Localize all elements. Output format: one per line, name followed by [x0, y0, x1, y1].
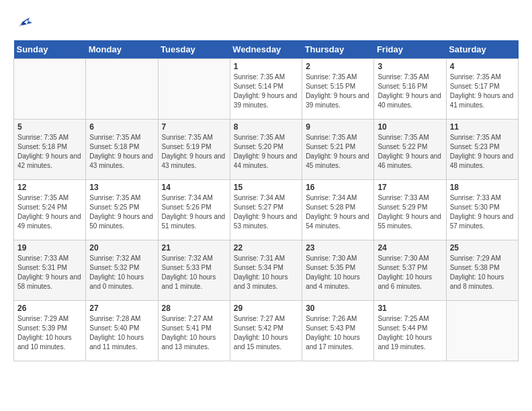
svg-marker-0 [19, 17, 32, 27]
day-number: 5 [17, 122, 82, 132]
day-info: Sunrise: 7:25 AM Sunset: 5:44 PM Dayligh… [378, 314, 442, 352]
calendar-cell: 15Sunrise: 7:34 AM Sunset: 5:27 PM Dayli… [230, 180, 302, 240]
day-info: Sunrise: 7:35 AM Sunset: 5:23 PM Dayligh… [450, 133, 515, 171]
logo [13, 13, 36, 34]
day-info: Sunrise: 7:35 AM Sunset: 5:18 PM Dayligh… [17, 133, 82, 171]
day-number: 3 [378, 62, 442, 71]
weekday-header-sunday: Sunday [14, 40, 86, 59]
day-number: 21 [162, 243, 226, 253]
page-header [13, 13, 519, 34]
weekday-header-friday: Friday [374, 40, 446, 59]
calendar-cell [14, 59, 86, 120]
day-number: 12 [17, 183, 82, 192]
weekday-header-row: SundayMondayTuesdayWednesdayThursdayFrid… [14, 40, 519, 59]
calendar-table: SundayMondayTuesdayWednesdayThursdayFrid… [13, 40, 519, 361]
day-info: Sunrise: 7:32 AM Sunset: 5:33 PM Dayligh… [162, 254, 226, 291]
day-number: 7 [162, 122, 226, 132]
weekday-header-wednesday: Wednesday [230, 40, 302, 59]
calendar-cell [86, 59, 158, 120]
calendar-cell: 2Sunrise: 7:35 AM Sunset: 5:15 PM Daylig… [302, 59, 374, 120]
day-number: 9 [306, 122, 370, 132]
day-info: Sunrise: 7:35 AM Sunset: 5:16 PM Dayligh… [378, 73, 442, 110]
calendar-cell: 11Sunrise: 7:35 AM Sunset: 5:23 PM Dayli… [446, 120, 518, 180]
day-info: Sunrise: 7:35 AM Sunset: 5:20 PM Dayligh… [234, 133, 298, 171]
week-row-3: 12Sunrise: 7:35 AM Sunset: 5:24 PM Dayli… [14, 180, 519, 240]
calendar-cell: 29Sunrise: 7:27 AM Sunset: 5:42 PM Dayli… [230, 301, 302, 361]
day-number: 1 [234, 62, 298, 71]
day-info: Sunrise: 7:34 AM Sunset: 5:26 PM Dayligh… [162, 193, 226, 231]
day-number: 11 [450, 122, 515, 132]
calendar-cell [158, 59, 230, 120]
day-info: Sunrise: 7:33 AM Sunset: 5:30 PM Dayligh… [450, 193, 515, 231]
calendar-cell: 22Sunrise: 7:31 AM Sunset: 5:34 PM Dayli… [230, 240, 302, 301]
day-number: 17 [378, 183, 442, 192]
day-number: 22 [234, 243, 298, 253]
calendar-cell: 4Sunrise: 7:35 AM Sunset: 5:17 PM Daylig… [446, 59, 518, 120]
calendar-cell: 8Sunrise: 7:35 AM Sunset: 5:20 PM Daylig… [230, 120, 302, 180]
day-number: 23 [306, 243, 370, 253]
weekday-header-tuesday: Tuesday [158, 40, 230, 59]
day-number: 15 [234, 183, 298, 192]
day-number: 19 [17, 243, 82, 253]
day-info: Sunrise: 7:30 AM Sunset: 5:35 PM Dayligh… [306, 254, 370, 291]
calendar-cell: 1Sunrise: 7:35 AM Sunset: 5:14 PM Daylig… [230, 59, 302, 120]
day-number: 30 [306, 304, 370, 313]
day-info: Sunrise: 7:35 AM Sunset: 5:22 PM Dayligh… [378, 133, 442, 171]
day-info: Sunrise: 7:29 AM Sunset: 5:39 PM Dayligh… [17, 314, 82, 352]
day-number: 4 [450, 62, 515, 71]
day-info: Sunrise: 7:35 AM Sunset: 5:21 PM Dayligh… [306, 133, 370, 171]
day-number: 25 [450, 243, 515, 253]
day-number: 24 [378, 243, 442, 253]
day-info: Sunrise: 7:32 AM Sunset: 5:32 PM Dayligh… [89, 254, 154, 291]
day-info: Sunrise: 7:26 AM Sunset: 5:43 PM Dayligh… [306, 314, 370, 352]
logo-icon [13, 13, 34, 34]
calendar-cell: 24Sunrise: 7:30 AM Sunset: 5:37 PM Dayli… [374, 240, 446, 301]
day-info: Sunrise: 7:35 AM Sunset: 5:15 PM Dayligh… [306, 73, 370, 110]
day-info: Sunrise: 7:35 AM Sunset: 5:14 PM Dayligh… [234, 73, 298, 110]
calendar-cell: 28Sunrise: 7:27 AM Sunset: 5:41 PM Dayli… [158, 301, 230, 361]
calendar-cell: 31Sunrise: 7:25 AM Sunset: 5:44 PM Dayli… [374, 301, 446, 361]
calendar-cell [446, 301, 518, 361]
calendar-cell: 25Sunrise: 7:29 AM Sunset: 5:38 PM Dayli… [446, 240, 518, 301]
weekday-header-saturday: Saturday [446, 40, 518, 59]
day-number: 8 [234, 122, 298, 132]
day-number: 14 [162, 183, 226, 192]
calendar-cell: 13Sunrise: 7:35 AM Sunset: 5:25 PM Dayli… [86, 180, 158, 240]
calendar-cell: 30Sunrise: 7:26 AM Sunset: 5:43 PM Dayli… [302, 301, 374, 361]
day-info: Sunrise: 7:34 AM Sunset: 5:28 PM Dayligh… [306, 193, 370, 231]
week-row-4: 19Sunrise: 7:33 AM Sunset: 5:31 PM Dayli… [14, 240, 519, 301]
calendar-cell: 16Sunrise: 7:34 AM Sunset: 5:28 PM Dayli… [302, 180, 374, 240]
day-info: Sunrise: 7:28 AM Sunset: 5:40 PM Dayligh… [89, 314, 154, 352]
week-row-5: 26Sunrise: 7:29 AM Sunset: 5:39 PM Dayli… [14, 301, 519, 361]
calendar-cell: 23Sunrise: 7:30 AM Sunset: 5:35 PM Dayli… [302, 240, 374, 301]
day-number: 16 [306, 183, 370, 192]
weekday-header-thursday: Thursday [302, 40, 374, 59]
calendar-cell: 26Sunrise: 7:29 AM Sunset: 5:39 PM Dayli… [14, 301, 86, 361]
day-number: 2 [306, 62, 370, 71]
calendar-cell: 21Sunrise: 7:32 AM Sunset: 5:33 PM Dayli… [158, 240, 230, 301]
calendar-cell: 18Sunrise: 7:33 AM Sunset: 5:30 PM Dayli… [446, 180, 518, 240]
day-number: 6 [89, 122, 154, 132]
day-number: 31 [378, 304, 442, 313]
calendar-cell: 27Sunrise: 7:28 AM Sunset: 5:40 PM Dayli… [86, 301, 158, 361]
day-number: 10 [378, 122, 442, 132]
calendar-cell: 5Sunrise: 7:35 AM Sunset: 5:18 PM Daylig… [14, 120, 86, 180]
weekday-header-monday: Monday [86, 40, 158, 59]
day-number: 20 [89, 243, 154, 253]
day-info: Sunrise: 7:33 AM Sunset: 5:29 PM Dayligh… [378, 193, 442, 231]
calendar-cell: 7Sunrise: 7:35 AM Sunset: 5:19 PM Daylig… [158, 120, 230, 180]
day-info: Sunrise: 7:33 AM Sunset: 5:31 PM Dayligh… [17, 254, 82, 291]
day-info: Sunrise: 7:35 AM Sunset: 5:17 PM Dayligh… [450, 73, 515, 110]
calendar-cell: 9Sunrise: 7:35 AM Sunset: 5:21 PM Daylig… [302, 120, 374, 180]
day-number: 27 [89, 304, 154, 313]
day-info: Sunrise: 7:35 AM Sunset: 5:24 PM Dayligh… [17, 193, 82, 231]
day-info: Sunrise: 7:31 AM Sunset: 5:34 PM Dayligh… [234, 254, 298, 291]
day-info: Sunrise: 7:35 AM Sunset: 5:19 PM Dayligh… [162, 133, 226, 171]
day-info: Sunrise: 7:30 AM Sunset: 5:37 PM Dayligh… [378, 254, 442, 291]
day-number: 18 [450, 183, 515, 192]
calendar-cell: 12Sunrise: 7:35 AM Sunset: 5:24 PM Dayli… [14, 180, 86, 240]
calendar-cell: 20Sunrise: 7:32 AM Sunset: 5:32 PM Dayli… [86, 240, 158, 301]
day-info: Sunrise: 7:29 AM Sunset: 5:38 PM Dayligh… [450, 254, 515, 291]
day-info: Sunrise: 7:27 AM Sunset: 5:41 PM Dayligh… [162, 314, 226, 352]
day-info: Sunrise: 7:35 AM Sunset: 5:18 PM Dayligh… [89, 133, 154, 171]
